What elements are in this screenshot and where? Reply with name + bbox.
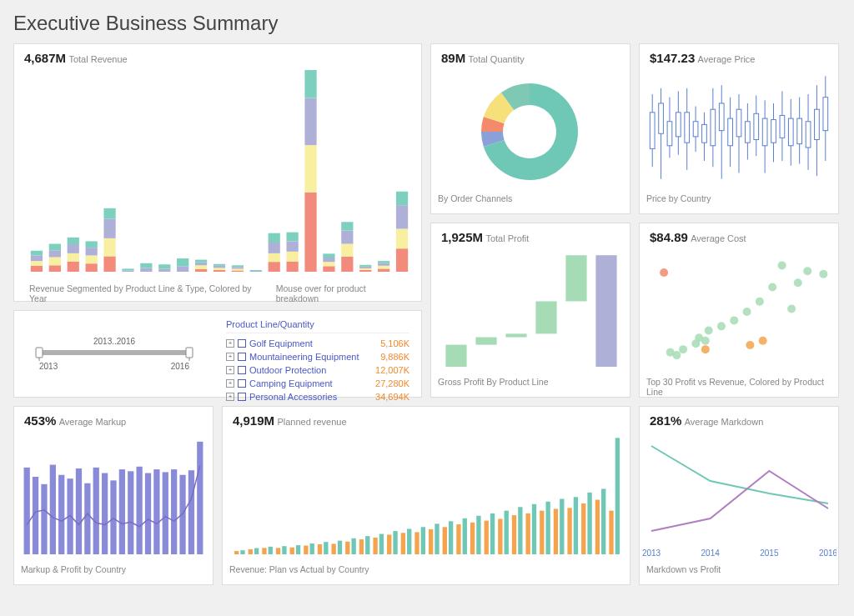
product-line-row[interactable]: + Personal Accessories 34,694K [226,390,409,403]
svg-rect-188 [351,538,355,554]
svg-rect-224 [601,488,605,554]
svg-rect-221 [581,503,585,554]
product-line-name: Camping Equipment [249,378,372,388]
svg-rect-62 [359,270,371,272]
checkbox[interactable] [238,366,246,374]
svg-rect-29 [195,265,207,269]
markup-chart[interactable] [14,428,211,561]
svg-rect-211 [512,515,516,554]
svg-rect-50 [304,193,316,272]
revenue-card: 4,687M Total Revenue Revenue Segmented b… [13,43,422,302]
svg-rect-17 [103,238,115,257]
year-slider[interactable]: 2013..2016 2013 2016 [14,311,214,397]
profit-kpi: 1,925M [441,230,483,244]
svg-rect-169 [188,470,194,554]
svg-rect-200 [435,523,439,554]
svg-rect-108 [762,118,767,146]
product-line-row[interactable]: + Outdoor Protection 12,007K [226,363,409,377]
profit-caption: Gross Profit By Product Line [431,373,630,390]
expand-icon[interactable]: + [226,379,234,388]
svg-point-142 [787,305,796,313]
planned-caption: Revenue: Plan vs Actual by Country [223,561,630,578]
svg-rect-32 [214,270,225,272]
checkbox[interactable] [238,393,246,401]
profit-label: Total Profit [485,233,529,243]
svg-point-135 [705,327,713,335]
svg-rect-162 [128,471,133,554]
svg-rect-88 [676,113,681,137]
expand-icon[interactable]: + [226,393,234,401]
svg-point-139 [756,298,764,306]
svg-rect-112 [780,115,785,138]
svg-rect-12 [86,263,98,272]
svg-rect-8 [68,262,79,272]
planned-chart[interactable] [223,428,628,561]
svg-rect-202 [449,521,453,554]
planned-card: 4,919M Planned revenue Revenue: Plan vs … [222,406,630,585]
quantity-label: Total Quantity [469,54,525,64]
svg-rect-209 [498,518,502,554]
svg-point-138 [743,308,751,316]
svg-rect-96 [711,109,716,146]
svg-rect-35 [214,264,225,266]
profit-card: 1,925M Total Profit Gross Profit By Prod… [430,223,630,398]
price-kpi: $147.23 [650,51,695,65]
svg-rect-73 [396,192,408,205]
product-line-row[interactable]: + Camping Equipment 27,280K [226,377,409,390]
svg-text:2016: 2016 [819,548,836,558]
svg-rect-75 [36,348,43,358]
svg-rect-203 [456,524,460,554]
checkbox[interactable] [238,379,246,388]
markdown-chart[interactable]: 2013201420152016 [640,428,836,561]
svg-rect-10 [68,244,79,253]
svg-rect-44 [269,243,280,253]
svg-rect-180 [296,545,300,554]
svg-rect-150 [24,468,30,554]
svg-rect-27 [177,258,188,266]
planned-label: Planned revenue [277,417,346,427]
svg-rect-189 [359,539,364,554]
svg-rect-28 [195,269,207,272]
checkbox[interactable] [238,353,246,361]
svg-rect-152 [41,484,47,554]
svg-rect-220 [574,497,578,554]
svg-rect-154 [58,475,64,554]
svg-rect-100 [728,118,733,146]
svg-rect-67 [378,266,389,269]
svg-rect-159 [102,473,108,554]
svg-rect-43 [269,253,280,262]
svg-rect-20 [122,270,133,272]
expand-icon[interactable]: + [226,353,234,361]
checkbox[interactable] [238,339,246,348]
svg-rect-223 [595,500,600,554]
revenue-chart[interactable] [14,65,419,280]
svg-rect-59 [341,244,353,257]
product-line-row[interactable]: + Golf Equipment 5,106K [226,337,409,350]
product-line-name: Outdoor Protection [249,365,372,375]
quantity-card: 89M Total Quantity By Order Channels [430,43,630,214]
expand-icon[interactable]: + [226,339,234,348]
svg-rect-123 [445,345,466,367]
svg-rect-174 [254,548,259,554]
svg-point-131 [679,345,687,353]
svg-rect-71 [396,229,408,249]
svg-rect-94 [702,124,707,143]
svg-point-143 [794,278,802,287]
svg-text:2016: 2016 [171,362,190,371]
quantity-chart[interactable] [431,65,628,190]
svg-rect-171 [234,551,239,554]
product-line-row[interactable]: + Mountaineering Equipment 9,886K [226,350,409,363]
svg-rect-201 [443,527,447,554]
expand-icon[interactable]: + [226,366,234,374]
svg-rect-45 [269,233,280,243]
product-line-name: Golf Equipment [249,338,377,348]
price-chart[interactable] [640,65,836,190]
svg-rect-120 [815,109,820,139]
svg-rect-185 [331,543,335,554]
filter-panel: 2013..2016 2013 2016 Product Line/Quanti… [13,310,422,398]
svg-rect-13 [86,255,98,263]
cost-chart[interactable] [640,244,836,373]
svg-rect-57 [323,253,334,258]
svg-rect-158 [93,468,99,554]
profit-chart[interactable] [431,244,628,373]
